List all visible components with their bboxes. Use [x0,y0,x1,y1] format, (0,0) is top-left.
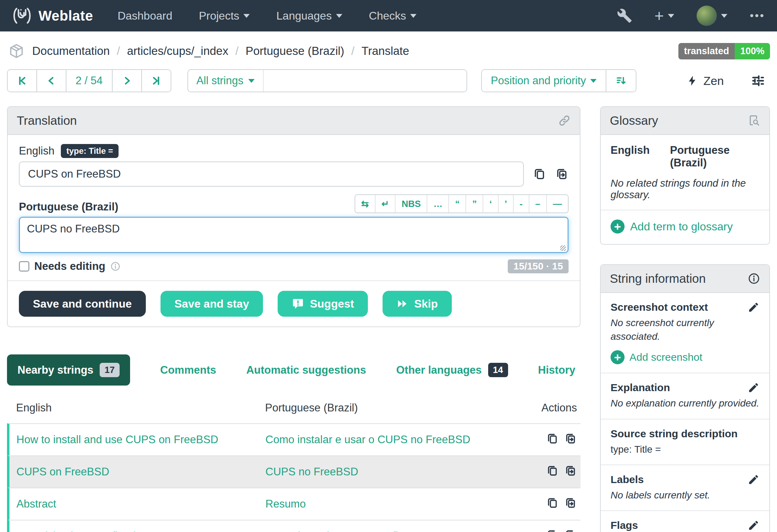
settings-sliders-icon[interactable] [750,73,766,88]
right-single-quote-button[interactable]: ’ [499,195,514,213]
lightning-icon [686,75,698,87]
ellipsis-char-button[interactable]: … [427,195,449,213]
chevron-down-icon [668,14,674,18]
info-icon[interactable] [110,261,121,272]
sort-direction-button[interactable] [606,70,636,92]
tab-automatic-suggestions[interactable]: Automatic suggestions [246,364,366,376]
copy-icon[interactable] [546,497,559,509]
save-and-continue-button[interactable]: Save and continue [19,291,146,317]
nearby-target-link[interactable]: Um artigo sobre como configurar o CUPS n… [265,530,480,532]
nearby-target-link[interactable]: CUPS no FreeBSD [265,466,358,478]
em-dash-button[interactable]: — [547,195,568,213]
tab-other-languages[interactable]: Other languages 14 [396,363,508,377]
breadcrumb-project[interactable]: Documentation [32,44,110,58]
copy-icon[interactable] [546,465,559,477]
edit-pencil-icon[interactable] [748,519,760,531]
tab-comments[interactable]: Comments [160,364,216,376]
info-icon[interactable] [748,272,760,285]
nearby-source-link[interactable]: How to install and use CUPS on FreeBSD [16,433,218,446]
add-term-to-glossary-button[interactable]: + Add term to glossary [601,210,769,244]
weblate-logo-icon [12,6,32,26]
clone-to-translation-icon[interactable] [564,529,577,532]
nav-languages[interactable]: Languages [276,9,342,22]
nearby-target-link[interactable]: Como instalar e usar o CUPS no FreeBSD [265,433,470,446]
tab-nearby-strings[interactable]: Nearby strings 17 [7,354,130,386]
more-menu[interactable]: ••• [750,10,765,22]
hyphen-button[interactable]: - [514,195,529,213]
nav-projects[interactable]: Projects [199,9,250,22]
user-menu[interactable] [697,6,727,26]
copy-source-icon[interactable] [533,167,546,181]
clone-to-translation-icon[interactable] [555,167,569,181]
clone-to-translation-icon[interactable] [564,432,577,445]
breadcrumb-page[interactable]: Translate [362,44,409,58]
translate-toolbar: 2 / 54 All strings Position and priority… [0,62,777,92]
breadcrumb-component[interactable]: articles/cups/_index [127,44,228,58]
direction-toggle-button[interactable]: ⇆ [355,195,376,213]
weblate-brand[interactable]: Weblate [12,6,93,26]
panel-title: Translation [17,114,77,128]
chevron-down-icon [721,14,727,18]
translation-editor[interactable]: CUPS no FreeBSD [19,217,569,253]
en-dash-button[interactable]: – [529,195,547,213]
add-menu[interactable]: + [655,8,675,24]
right-double-quote-button[interactable]: ” [466,195,483,213]
clone-to-translation-icon[interactable] [564,497,577,509]
zen-mode-button[interactable]: Zen [686,74,724,88]
string-information-panel: String information Screenshot context No… [600,264,770,532]
first-page-button[interactable] [8,70,37,92]
left-single-quote-button[interactable]: ‘ [483,195,498,213]
translation-panel-header: Translation [8,107,580,135]
sort-order-dropdown[interactable]: Position and priority [482,70,606,92]
prev-page-button[interactable] [37,70,66,92]
edit-pencil-icon[interactable] [748,382,760,394]
clone-to-translation-icon[interactable] [564,465,577,477]
tab-history[interactable]: History [538,364,576,376]
chevron-down-icon [590,79,597,83]
resize-grip[interactable] [560,245,566,251]
next-page-button[interactable] [113,70,142,92]
copy-icon[interactable] [546,529,559,532]
nearby-strings-table: English Portuguese (Brazil) Actions How … [7,402,580,532]
string-information-title: String information [610,272,706,286]
left-double-quote-button[interactable]: “ [449,195,466,213]
nearby-source-link[interactable]: Abstract [16,498,56,510]
edit-pencil-icon[interactable] [748,474,760,486]
brand-name: Weblate [38,8,93,24]
labels-section: Labels No labels currently set. [601,465,769,511]
add-screenshot-button[interactable]: + Add screenshot [611,350,760,364]
column-english: English [16,402,265,414]
nearby-target-link[interactable]: Resumo [265,498,306,510]
chevron-down-icon [336,14,342,18]
suggest-button[interactable]: Suggest [278,291,368,317]
target-language-label: Portuguese (Brazil) [19,201,118,213]
nearby-source-link[interactable]: CUPS on FreeBSD [16,466,109,478]
chevron-down-icon [248,79,255,83]
detail-tabs: Nearby strings 17 Comments Automatic sug… [7,354,580,386]
strings-filter-dropdown[interactable]: All strings [188,70,264,92]
table-row: How to install and use CUPS on FreeBSD C… [7,423,580,455]
skip-button[interactable]: Skip [383,291,452,317]
nearby-source-link[interactable]: An article about configuring CUPS on Fre… [16,530,247,532]
source-context-badge: type: Title = [61,144,119,158]
last-page-button[interactable] [142,70,171,92]
browse-glossary-icon[interactable] [748,114,760,127]
glossary-panel: Glossary English Portuguese (Brazil) No … [600,106,770,245]
nav-checks[interactable]: Checks [369,9,417,22]
nav-dashboard[interactable]: Dashboard [117,9,172,22]
chevron-down-icon [243,14,250,18]
breadcrumb-language[interactable]: Portuguese (Brazil) [245,44,344,58]
search-input[interactable] [264,70,466,92]
newline-button[interactable]: ↵ [376,195,396,213]
table-header: English Portuguese (Brazil) Actions [7,402,580,423]
column-portuguese: Portuguese (Brazil) [265,402,529,414]
copy-icon[interactable] [546,432,559,445]
nbsp-button[interactable]: NBS [395,195,427,213]
needs-editing-checkbox[interactable] [19,261,29,272]
suggestion-bubble-icon [292,297,304,310]
admin-wrench-icon[interactable] [617,8,632,23]
edit-pencil-icon[interactable] [748,301,760,313]
nearby-count-badge: 17 [100,363,120,377]
permalink-icon[interactable] [558,114,571,127]
save-and-stay-button[interactable]: Save and stay [161,291,263,317]
